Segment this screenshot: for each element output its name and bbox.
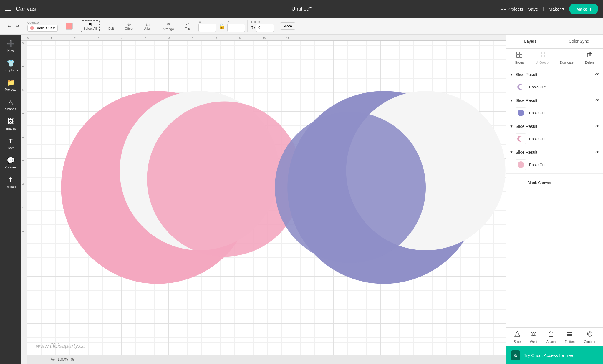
layer-group-header-4[interactable]: ▼ Slice Result 👁 — [506, 148, 603, 157]
arrange-button[interactable]: ⧉ Arrange — [160, 21, 176, 32]
flatten-button[interactable]: Flatten — [565, 331, 575, 343]
svg-rect-9 — [520, 55, 522, 57]
offset-button[interactable]: ◎ Offset — [122, 21, 136, 32]
main-area: ➕ New 👕 Templates 📁 Projects △ Shapes 🖼 … — [0, 35, 603, 364]
layer-thumb-4 — [516, 159, 526, 170]
rotate-group: Rotate ↻ — [249, 20, 276, 32]
layer-group-1: ▼ Slice Result 👁 Basic Cut — [506, 70, 603, 95]
canvas-content[interactable]: www.lifeisaparty.ca — [27, 41, 506, 355]
ungroup-button[interactable]: UnGroup — [535, 52, 549, 64]
slice-button[interactable]: Slice — [514, 331, 521, 343]
redo-button[interactable]: ↪ — [14, 22, 21, 30]
edit-button[interactable]: ✂ Edit — [106, 21, 116, 32]
zoom-level: 100% — [57, 357, 68, 362]
doc-title: Untitled* — [291, 6, 312, 12]
canvas-area[interactable]: 0 1 2 3 4 5 6 7 8 9 10 11 0 1 2 3 4 5 6 … — [21, 35, 506, 364]
save-button[interactable]: Save — [528, 6, 538, 11]
ruler-h-11: 11 — [286, 37, 289, 40]
my-projects-button[interactable]: My Projects — [500, 6, 523, 11]
operation-select[interactable]: Basic Cut ▾ — [27, 25, 58, 32]
ruler-h-8: 8 — [216, 37, 217, 40]
offset-icon: ◎ — [127, 22, 131, 26]
visibility-icon-1[interactable]: 👁 — [595, 72, 599, 77]
layer-group-4: ▼ Slice Result 👁 Basic Cut — [506, 148, 603, 172]
sidebar-item-text[interactable]: T Text — [1, 134, 20, 153]
delete-icon — [587, 52, 593, 59]
align-button[interactable]: ⬚ Align — [142, 21, 154, 32]
ruler-h-1: 1 — [51, 37, 52, 40]
cricut-access-icon: a — [511, 350, 520, 360]
blank-canvas-thumb — [510, 177, 524, 188]
height-input[interactable] — [227, 24, 245, 32]
ruler-h-5: 5 — [145, 37, 146, 40]
ruler-h-7: 7 — [192, 37, 193, 40]
operation-color — [30, 26, 34, 30]
cricut-access-banner[interactable]: a Try Cricut Access for free — [506, 346, 603, 364]
make-it-button[interactable]: Make It — [569, 4, 598, 14]
svg-point-26 — [519, 136, 524, 141]
blank-canvas-item[interactable]: Blank Canvas — [506, 173, 603, 191]
ruler-v-5: 5 — [22, 160, 25, 161]
ruler-v-4: 4 — [22, 136, 25, 138]
sidebar-item-shapes[interactable]: △ Shapes — [1, 95, 20, 114]
op-chevron-icon: ▾ — [53, 26, 55, 30]
undo-icon: ↩ — [8, 23, 11, 29]
layer-thumb-2 — [516, 107, 526, 118]
select-all-button[interactable]: ⊞ Select All — [81, 20, 100, 32]
zoom-controls: ⊖ 100% ⊕ — [51, 356, 75, 363]
layer-group-header-1[interactable]: ▼ Slice Result 👁 — [506, 70, 603, 79]
sidebar-item-new[interactable]: ➕ New — [1, 37, 20, 55]
size-group: W 🔒 H — [196, 20, 248, 32]
width-input[interactable] — [198, 24, 216, 32]
nav-divider: | — [543, 6, 544, 11]
duplicate-icon — [564, 52, 570, 59]
undo-redo-group: ↩ ↪ — [4, 20, 24, 32]
layer-group-header-3[interactable]: ▼ Slice Result 👁 — [506, 122, 603, 131]
svg-rect-10 — [539, 52, 541, 54]
sidebar-item-phrases[interactable]: 💬 Phrases — [1, 154, 20, 172]
more-button[interactable]: More — [280, 22, 295, 30]
layer-group-header-2[interactable]: ▼ Slice Result 👁 — [506, 96, 603, 105]
group-button[interactable]: Group — [515, 52, 524, 64]
select-all-icon: ⊞ — [88, 22, 92, 27]
bottom-panel-toolbar: Slice Weld Attach Flatten — [506, 327, 603, 346]
svg-rect-12 — [539, 55, 541, 57]
tab-layers[interactable]: Layers — [506, 35, 555, 48]
group-icon — [516, 52, 523, 59]
lock-icon[interactable]: 🔒 — [218, 23, 225, 29]
svg-point-24 — [518, 110, 524, 116]
delete-button[interactable]: Delete — [585, 52, 594, 64]
zoom-in-button[interactable]: ⊕ — [70, 356, 75, 363]
sidebar-item-templates[interactable]: 👕 Templates — [1, 57, 20, 75]
undo-button[interactable]: ↩ — [6, 22, 13, 30]
layer-item-4[interactable]: Basic Cut — [506, 157, 603, 172]
zoom-out-button[interactable]: ⊖ — [51, 356, 55, 363]
duplicate-button[interactable]: Duplicate — [560, 52, 574, 64]
visibility-icon-3[interactable]: 👁 — [595, 124, 599, 129]
layer-item-3[interactable]: Basic Cut — [506, 131, 603, 146]
panel-tabs: Layers Color Sync — [506, 35, 603, 49]
sidebar-item-projects[interactable]: 📁 Projects — [1, 76, 20, 94]
layer-group-label-4: Slice Result — [516, 150, 537, 155]
contour-button[interactable]: Contour — [584, 331, 595, 343]
visibility-icon-2[interactable]: 👁 — [595, 98, 599, 103]
attach-button[interactable]: Attach — [546, 331, 556, 343]
layers-list: ▼ Slice Result 👁 Basic Cut — [506, 67, 603, 327]
sidebar-item-images[interactable]: 🖼 Images — [1, 115, 20, 133]
tab-color-sync[interactable]: Color Sync — [555, 35, 603, 48]
layer-item-2[interactable]: Basic Cut — [506, 105, 603, 120]
rotate-input[interactable] — [256, 24, 274, 32]
ruler-v-1: 1 — [22, 66, 25, 67]
sidebar-item-upload[interactable]: ⬆ Upload — [1, 173, 20, 191]
edit-group: ✂ Edit — [104, 20, 119, 32]
flip-button[interactable]: ⇌ Flip — [183, 21, 193, 32]
layer-item-1[interactable]: Basic Cut — [506, 79, 603, 95]
hamburger-menu[interactable] — [5, 7, 11, 11]
ruler-v-6: 6 — [22, 183, 25, 185]
weld-button[interactable]: Weld — [530, 331, 537, 343]
svg-point-36 — [587, 332, 592, 336]
maker-button[interactable]: Maker ▾ — [549, 6, 564, 11]
color-swatch-button[interactable] — [64, 21, 74, 31]
svg-marker-28 — [515, 331, 520, 337]
visibility-icon-4[interactable]: 👁 — [595, 150, 599, 155]
